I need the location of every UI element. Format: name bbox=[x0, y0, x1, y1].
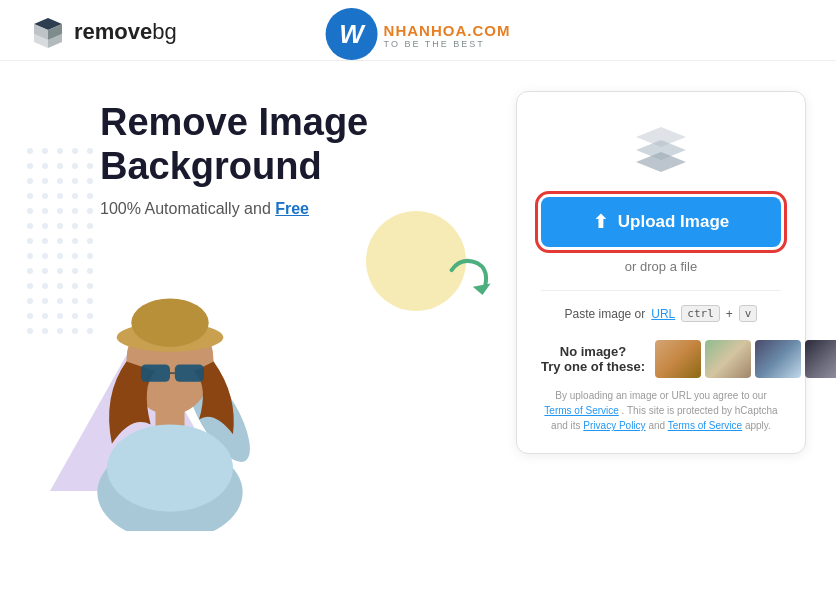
try-label: Try one of these: bbox=[541, 359, 645, 374]
hero-title: Remove Image Background bbox=[100, 101, 496, 188]
svg-point-9 bbox=[87, 148, 93, 154]
svg-point-28 bbox=[72, 208, 78, 214]
svg-marker-70 bbox=[473, 284, 492, 297]
svg-point-8 bbox=[72, 148, 78, 154]
privacy-policy-link[interactable]: Privacy Policy bbox=[583, 420, 645, 431]
hero-subtitle: 100% Automatically and Free bbox=[100, 200, 496, 218]
disclaimer-text: By uploading an image or URL you agree t… bbox=[541, 388, 781, 433]
arrow-decoration bbox=[440, 241, 511, 321]
svg-point-6 bbox=[42, 148, 48, 154]
svg-point-75 bbox=[131, 299, 209, 347]
svg-point-23 bbox=[72, 193, 78, 199]
no-image-section: No image? Try one of these: bbox=[541, 340, 781, 378]
svg-point-16 bbox=[42, 178, 48, 184]
svg-point-7 bbox=[57, 148, 63, 154]
svg-point-14 bbox=[87, 163, 93, 169]
logo-text: removebg bbox=[74, 19, 177, 45]
brand-tagline: TO BE THE BEST bbox=[384, 39, 511, 49]
upload-card: ⬆ Upload Image or drop a file Paste imag… bbox=[516, 91, 806, 454]
svg-point-40 bbox=[27, 253, 33, 259]
svg-point-29 bbox=[87, 208, 93, 214]
logo[interactable]: removebg bbox=[30, 14, 177, 50]
upload-image-button[interactable]: ⬆ Upload Image bbox=[541, 197, 781, 247]
paste-row: Paste image or URL ctrl + v bbox=[541, 290, 781, 322]
terms-of-service-link[interactable]: Terms of Service bbox=[544, 405, 618, 416]
sample-image-4[interactable] bbox=[805, 340, 836, 378]
svg-point-18 bbox=[72, 178, 78, 184]
svg-point-10 bbox=[27, 163, 33, 169]
ctrl-kbd: ctrl bbox=[681, 305, 720, 322]
svg-marker-83 bbox=[636, 152, 686, 172]
svg-point-55 bbox=[27, 298, 33, 304]
logo-icon bbox=[30, 14, 66, 50]
svg-point-65 bbox=[27, 328, 33, 334]
sample-image-2[interactable] bbox=[705, 340, 751, 378]
svg-point-24 bbox=[87, 193, 93, 199]
svg-point-13 bbox=[72, 163, 78, 169]
svg-point-22 bbox=[57, 193, 63, 199]
svg-point-19 bbox=[87, 178, 93, 184]
upload-arrow-icon: ⬆ bbox=[593, 211, 608, 233]
svg-point-26 bbox=[42, 208, 48, 214]
svg-point-35 bbox=[27, 238, 33, 244]
svg-point-20 bbox=[27, 193, 33, 199]
svg-point-80 bbox=[107, 424, 233, 511]
url-link[interactable]: URL bbox=[651, 307, 675, 321]
right-panel: ⬆ Upload Image or drop a file Paste imag… bbox=[516, 91, 806, 531]
svg-point-50 bbox=[27, 283, 33, 289]
svg-point-21 bbox=[42, 193, 48, 199]
left-panel: // We'll generate dots inline via SVG Re… bbox=[30, 91, 496, 531]
svg-point-27 bbox=[57, 208, 63, 214]
brand-name: NHANHOA.COM bbox=[384, 22, 511, 39]
svg-point-11 bbox=[42, 163, 48, 169]
no-image-label: No image? bbox=[541, 344, 645, 359]
sample-image-1[interactable] bbox=[655, 340, 701, 378]
v-kbd: v bbox=[739, 305, 758, 322]
brand-circle-icon: W bbox=[326, 8, 378, 60]
svg-point-45 bbox=[27, 268, 33, 274]
svg-point-5 bbox=[27, 148, 33, 154]
sample-image-3[interactable] bbox=[755, 340, 801, 378]
svg-point-12 bbox=[57, 163, 63, 169]
svg-point-15 bbox=[27, 178, 33, 184]
drop-file-text: or drop a file bbox=[541, 259, 781, 274]
sample-images bbox=[655, 340, 836, 378]
center-brand: W NHANHOA.COM TO BE THE BEST bbox=[326, 8, 511, 60]
svg-point-60 bbox=[27, 313, 33, 319]
person-illustration bbox=[40, 221, 300, 531]
stack-layers-icon bbox=[626, 122, 696, 177]
header: removebg W NHANHOA.COM TO BE THE BEST bbox=[0, 0, 836, 61]
svg-point-17 bbox=[57, 178, 63, 184]
svg-rect-76 bbox=[141, 364, 170, 381]
svg-point-25 bbox=[27, 208, 33, 214]
svg-rect-77 bbox=[175, 364, 204, 381]
main-content: // We'll generate dots inline via SVG Re… bbox=[0, 61, 836, 551]
terms-of-service-link-2[interactable]: Terms of Service bbox=[668, 420, 742, 431]
svg-point-30 bbox=[27, 223, 33, 229]
